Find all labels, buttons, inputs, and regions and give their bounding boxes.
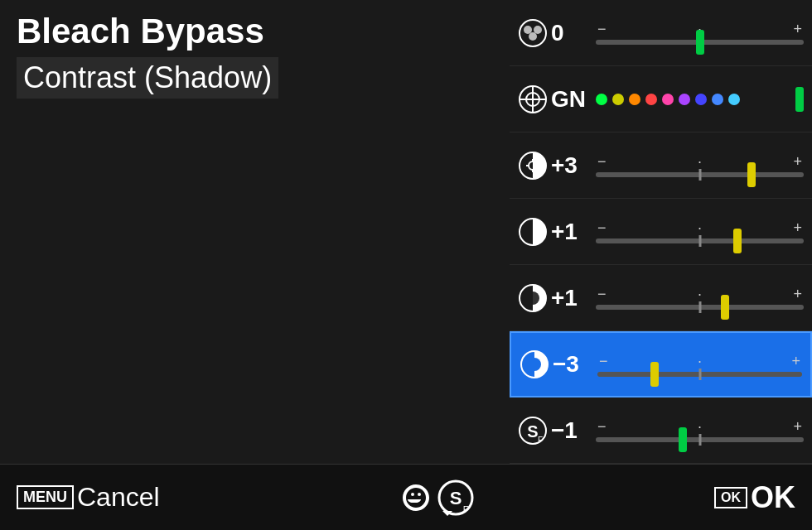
shadow-contrast-icon: [518, 283, 548, 313]
plus-label-saturation: +: [793, 418, 802, 436]
slider-center-mark-contrast: [698, 235, 701, 247]
icon-contrast-shadow-active: [520, 349, 549, 379]
right-panel: 0 − · + GN: [510, 0, 812, 464]
color-dot-4: [662, 94, 674, 105]
color-dot-1: [612, 94, 624, 105]
slider-container-contrast[interactable]: − · +: [596, 215, 804, 248]
slider-row-saturation[interactable]: S F −1 − · +: [510, 398, 812, 464]
slider-row-contrast-shadow-active[interactable]: −3 − · +: [510, 331, 812, 398]
icon-contrast: [518, 217, 548, 247]
center-dot-contrast-shadow-active: ·: [698, 353, 702, 370]
slider-track-shadow-contrast[interactable]: [596, 305, 804, 310]
cancel-button[interactable]: Cancel: [77, 482, 160, 513]
slider-thumb-saturation[interactable]: [679, 427, 687, 452]
plus-label-color-mix: +: [793, 21, 802, 38]
slider-track-exposure[interactable]: [596, 172, 804, 177]
value-saturation: −1: [551, 417, 591, 444]
color-dots: [596, 94, 789, 105]
slider-thumb-contrast[interactable]: [733, 229, 742, 253]
center-dot-exposure: ·: [698, 153, 702, 171]
icon-saturation: S F: [518, 416, 548, 446]
slider-thumb-color-mix[interactable]: [696, 30, 704, 55]
icon-shadow-contrast: [518, 283, 548, 313]
contrast-shadow-active-icon: [520, 349, 549, 379]
page-title: Bleach Bypass: [17, 12, 493, 51]
color-dot-5: [679, 94, 690, 105]
value-contrast-shadow-active: −3: [553, 351, 592, 378]
value-contrast: +1: [551, 219, 591, 245]
s-icon: S F: [437, 479, 474, 516]
center-icons: S F: [399, 479, 474, 516]
svg-text:S: S: [527, 422, 538, 441]
value-shadow-contrast: +1: [551, 285, 591, 311]
slider-center-mark-exposure: [698, 169, 701, 181]
menu-cancel-group: MENU Cancel: [17, 482, 160, 513]
color-mix-icon: [518, 18, 548, 48]
slider-track-contrast-shadow-active[interactable]: [597, 372, 802, 377]
slider-row-color-mix[interactable]: 0 − · +: [510, 0, 812, 66]
color-dot-3: [645, 94, 657, 105]
color-dot-8: [728, 94, 740, 105]
slider-row-exposure[interactable]: +3 − · +: [510, 132, 812, 199]
bottom-bar: MENU Cancel S F OK OK: [0, 464, 812, 530]
color-dot-7: [712, 94, 723, 105]
ok-button-group[interactable]: OK OK: [714, 480, 795, 515]
slider-row-color-channel[interactable]: GN: [510, 66, 812, 132]
color-dot-2: [629, 94, 640, 105]
center-dot-contrast: ·: [698, 219, 702, 237]
contrast-icon: [518, 217, 548, 247]
minus-label-saturation: −: [597, 418, 607, 436]
slider-track-contrast[interactable]: [596, 238, 804, 243]
slider-thumb-contrast-shadow-active[interactable]: [650, 362, 659, 387]
value-color-mix: 0: [551, 20, 591, 46]
exposure-icon: [518, 151, 548, 181]
slider-container-exposure[interactable]: − · +: [596, 149, 804, 182]
saturation-icon: S F: [518, 416, 548, 446]
slider-row-shadow-contrast[interactable]: +1 − · +: [510, 265, 812, 331]
slider-center-mark-saturation: [698, 434, 701, 446]
icon-exposure: [518, 151, 548, 181]
minus-label-contrast: −: [597, 219, 607, 237]
menu-badge[interactable]: MENU: [17, 485, 74, 509]
plus-label-contrast-shadow-active: +: [791, 353, 800, 370]
minus-label-color-mix: −: [597, 21, 607, 38]
slider-center-mark-contrast-shadow-active: [698, 369, 701, 380]
slider-thumb-exposure[interactable]: [747, 162, 756, 187]
svg-text:F: F: [463, 504, 469, 514]
svg-text:S: S: [450, 488, 462, 508]
minus-label-exposure: −: [597, 153, 607, 171]
value-exposure: +3: [551, 152, 591, 179]
slider-thumb-shadow-contrast[interactable]: [721, 295, 729, 320]
plus-label-contrast: +: [793, 219, 802, 237]
slider-track-saturation[interactable]: [596, 437, 804, 442]
face-icon: [399, 481, 433, 514]
slider-container-contrast-shadow-active[interactable]: − · +: [597, 348, 802, 381]
plus-label-exposure: +: [793, 153, 802, 171]
slider-center-mark-shadow-contrast: [698, 301, 701, 313]
svg-text:F: F: [538, 436, 543, 445]
color-dot-6: [695, 94, 707, 105]
ok-button[interactable]: OK: [751, 480, 795, 515]
slider-container-color-mix[interactable]: − · +: [596, 17, 804, 50]
page-subtitle: Contrast (Shadow): [17, 57, 278, 99]
svg-point-3: [529, 32, 537, 41]
svg-point-1: [524, 26, 532, 34]
color-dot-0: [596, 94, 607, 105]
icon-color-mix: [518, 18, 548, 48]
icon-color-channel: [518, 84, 548, 114]
center-dot-shadow-contrast: ·: [698, 286, 702, 303]
left-panel: Bleach Bypass Contrast (Shadow): [0, 0, 510, 464]
ok-badge[interactable]: OK: [714, 487, 747, 508]
slider-track-color-mix[interactable]: [596, 40, 804, 45]
center-dot-saturation: ·: [698, 418, 702, 436]
plus-label-shadow-contrast: +: [793, 286, 802, 303]
slider-container-shadow-contrast[interactable]: − · +: [596, 282, 804, 315]
svg-point-2: [534, 26, 542, 34]
minus-label-contrast-shadow-active: −: [599, 353, 608, 370]
color-channel-icon: [518, 84, 548, 114]
slider-row-contrast[interactable]: +1 − · +: [510, 199, 812, 265]
value-color-channel: GN: [551, 86, 591, 113]
slider-container-saturation[interactable]: − · +: [596, 414, 804, 447]
minus-label-shadow-contrast: −: [597, 286, 607, 303]
